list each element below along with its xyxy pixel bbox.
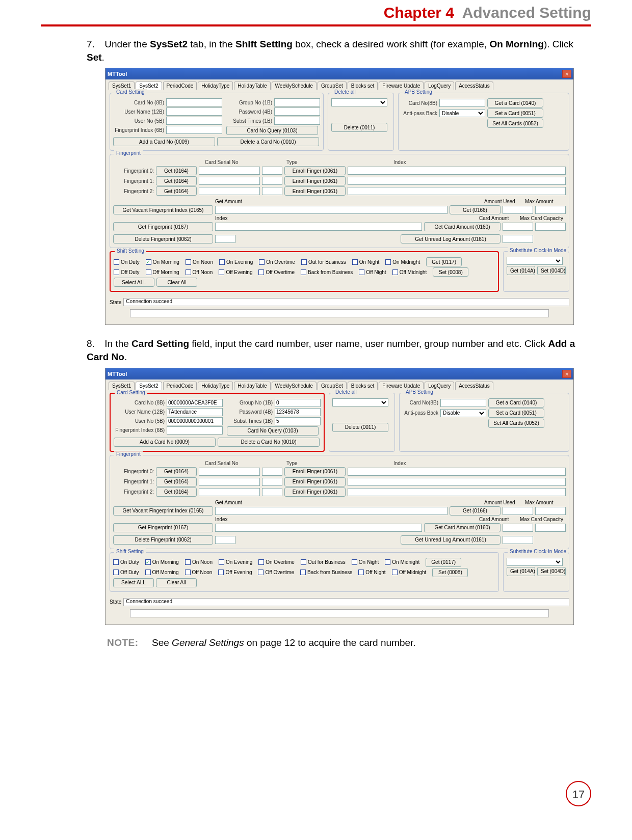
subst-get-button[interactable]: Get (014A) [507, 567, 535, 576]
delete-all-select[interactable] [331, 98, 387, 106]
delete-all-button[interactable]: Delete (0011) [331, 123, 387, 132]
unread-log-amount-button[interactable]: Get Unread Log Amount (0161) [401, 234, 501, 243]
tab-logquery[interactable]: LogQuery [425, 382, 454, 390]
apb-set-card-button[interactable]: Set a Card (0051) [488, 409, 544, 418]
shift-checkbox[interactable]: On Midnight [385, 559, 419, 565]
max-amount-field[interactable] [535, 206, 566, 214]
card-no-query-button[interactable]: Card No Query (0103) [227, 426, 319, 436]
fp-get-button[interactable]: Get (0164) [156, 477, 197, 486]
tab-accessstatus[interactable]: AccessStatus [455, 382, 493, 390]
password-field[interactable] [275, 408, 321, 416]
fp-index-field[interactable] [348, 478, 566, 486]
get-amount-field[interactable] [215, 507, 447, 515]
shift-checkbox[interactable]: Back from Business [301, 269, 353, 275]
tab-accessstatus[interactable]: AccessStatus [455, 82, 493, 90]
apb-set-all-button[interactable]: Set All Cards (0052) [487, 119, 543, 128]
subst-times-field[interactable] [275, 417, 321, 425]
fingerprint-index-field[interactable] [166, 126, 222, 134]
shift-checkbox[interactable]: ✓On Morning [146, 259, 179, 265]
tab-sysset2[interactable]: SysSet2 [136, 382, 162, 390]
shift-checkbox[interactable]: On Night [352, 559, 379, 565]
fp-serial-field[interactable] [199, 478, 260, 486]
shift-checkbox[interactable]: Out for Business [301, 559, 346, 565]
delete-card-button[interactable]: Delete a Card No (0010) [218, 438, 320, 447]
get-card-amount-button[interactable]: Get Card Amount (0160) [424, 222, 501, 231]
fp-index-field[interactable] [348, 167, 566, 175]
apb-card-no-field[interactable] [440, 399, 486, 407]
tab-periodcode[interactable]: PeriodCode [163, 82, 197, 90]
shift-set-button[interactable]: Set (0008) [432, 568, 468, 577]
tab-weeklyschedule[interactable]: WeeklySchedule [272, 382, 317, 390]
shift-checkbox[interactable]: Off Midnight [392, 269, 427, 275]
max-card-cap-field[interactable] [535, 223, 566, 231]
enroll-finger-button[interactable]: Enroll Finger (0061) [284, 487, 346, 497]
delete-all-button[interactable]: Delete (0011) [332, 423, 388, 432]
enroll-finger-button[interactable]: Enroll Finger (0061) [284, 186, 346, 196]
fp-index-field[interactable] [348, 488, 566, 496]
shift-checkbox[interactable]: On Night [352, 259, 379, 265]
unread-log-amount-button[interactable]: Get Unread Log Amount (0161) [401, 535, 501, 545]
shift-checkbox[interactable]: On Midnight [385, 259, 420, 265]
antipass-select[interactable]: Disable [440, 409, 486, 417]
shift-checkbox[interactable]: Off Night [359, 269, 386, 275]
add-card-button[interactable]: Add a Card No (0009) [114, 438, 216, 447]
shift-checkbox[interactable]: On Evening [219, 259, 253, 265]
close-icon[interactable]: × [562, 70, 571, 78]
subst-times-field[interactable] [274, 117, 320, 125]
select-all-button[interactable]: Select ALL [113, 578, 154, 587]
subst-set-button[interactable]: Set (004D) [537, 567, 566, 576]
shift-checkbox[interactable]: Off Morning [146, 269, 179, 275]
fp-index-field[interactable] [348, 468, 566, 476]
fp-type-field[interactable] [262, 187, 282, 195]
tab-weeklyschedule[interactable]: WeeklySchedule [272, 82, 317, 90]
enroll-finger-button[interactable]: Enroll Finger (0061) [284, 176, 346, 185]
vacant-fp-index-button[interactable]: Get Vacant Fingerprint Index (0165) [113, 506, 213, 516]
tab-firewareupdate[interactable]: Fireware Update [379, 82, 424, 90]
fp-get-button[interactable]: Get (0164) [156, 166, 197, 175]
fp-type-field[interactable] [262, 468, 282, 476]
apb-get-card-button[interactable]: Get a Card (0140) [488, 398, 544, 408]
shift-checkbox[interactable]: Off Overtime [258, 570, 294, 575]
subst-get-button[interactable]: Get (014A) [507, 266, 535, 275]
substitute-clockin-select[interactable] [507, 257, 563, 265]
shift-checkbox[interactable]: On Noon [185, 559, 213, 565]
shift-get-button[interactable]: Get (0117) [426, 558, 461, 567]
shift-checkbox[interactable]: ✓On Morning [145, 559, 179, 565]
password-field[interactable] [274, 107, 320, 116]
tab-groupset[interactable]: GroupSet [318, 82, 347, 90]
apb-card-no-field[interactable] [439, 99, 485, 107]
user-no-field[interactable] [166, 117, 222, 125]
fp-type-field[interactable] [262, 478, 282, 486]
tab-firewareupdate[interactable]: Fireware Update [379, 382, 424, 390]
get-amount-field[interactable] [215, 206, 447, 214]
fp-serial-field[interactable] [199, 468, 260, 476]
tab-blocksset[interactable]: Blocks set [348, 382, 378, 390]
shift-checkbox[interactable]: On Overtime [259, 259, 295, 265]
fingerprint-index-field[interactable] [167, 426, 223, 435]
select-all-button[interactable]: Select ALL [114, 278, 154, 287]
fp-index-field[interactable] [348, 187, 566, 195]
fp-type-field[interactable] [262, 488, 282, 496]
user-name-field[interactable] [167, 408, 223, 416]
fp-type-field[interactable] [262, 167, 282, 175]
shift-checkbox[interactable]: Off Noon [186, 269, 213, 275]
card-amount-field[interactable] [503, 524, 533, 532]
group-no-field[interactable] [275, 399, 321, 407]
shift-checkbox[interactable]: On Evening [219, 559, 252, 565]
fp-get-button[interactable]: Get (0164) [156, 186, 197, 196]
shift-checkbox[interactable]: On Duty [114, 259, 140, 265]
card-no-field[interactable] [167, 399, 223, 407]
delete-fp-index-field[interactable] [215, 536, 235, 544]
shift-checkbox[interactable]: Off Evening [219, 269, 252, 275]
delete-fp-index-field[interactable] [215, 235, 235, 243]
tab-sysset1[interactable]: SysSet1 [109, 382, 135, 390]
fp-get-button[interactable]: Get (0164) [156, 467, 197, 476]
tab-blocksset[interactable]: Blocks set [348, 82, 378, 90]
delete-fingerprint-button[interactable]: Delete Fingerprint (0062) [113, 234, 213, 243]
fp-type-field[interactable] [262, 177, 282, 185]
shift-get-button[interactable]: Get (0117) [426, 257, 462, 266]
enroll-finger-button[interactable]: Enroll Finger (0061) [284, 166, 346, 175]
max-amount-field[interactable] [535, 507, 566, 515]
add-card-button[interactable]: Add a Card No (0009) [113, 137, 215, 146]
unread-log-field[interactable] [503, 536, 533, 544]
